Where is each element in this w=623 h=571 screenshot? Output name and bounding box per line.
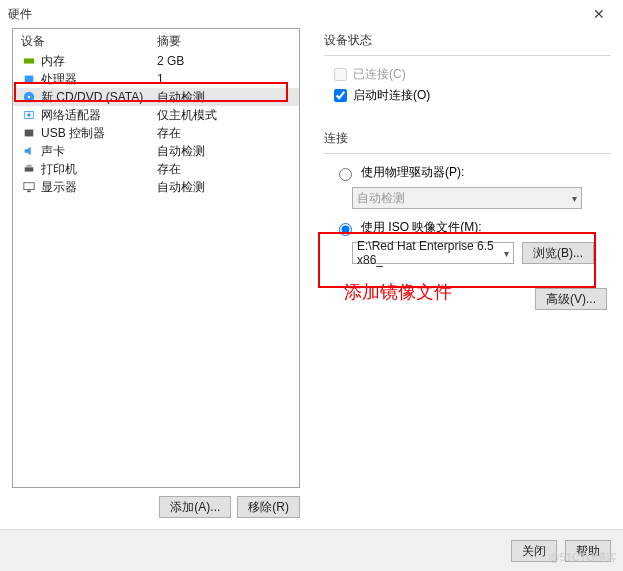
annotation-text: 添加镜像文件	[344, 280, 452, 304]
dialog-footer: 关闭 帮助 @51CTO博客	[0, 529, 623, 571]
device-row[interactable]: USB 控制器存在	[13, 124, 299, 142]
advanced-button[interactable]: 高级(V)...	[535, 288, 607, 310]
device-row[interactable]: 声卡自动检测	[13, 142, 299, 160]
device-summary: 存在	[157, 161, 181, 178]
close-icon[interactable]: ✕	[583, 6, 615, 22]
display-icon	[21, 180, 37, 194]
add-button[interactable]: 添加(A)...	[159, 496, 231, 518]
device-name: USB 控制器	[41, 125, 157, 142]
memory-icon	[21, 54, 37, 68]
iso-file-radio[interactable]: 使用 ISO 映像文件(M):	[334, 219, 611, 236]
browse-button[interactable]: 浏览(B)...	[522, 242, 594, 264]
svg-rect-0	[24, 58, 34, 63]
svg-rect-7	[25, 167, 34, 171]
device-row[interactable]: 处理器1	[13, 70, 299, 88]
connected-checkbox[interactable]: 已连接(C)	[334, 66, 611, 83]
device-list: 设备 摘要 内存2 GB处理器1新 CD/DVD (SATA)自动检测网络适配器…	[12, 28, 300, 488]
device-name: 声卡	[41, 143, 157, 160]
device-row[interactable]: 网络适配器仅主机模式	[13, 106, 299, 124]
window-title: 硬件	[8, 6, 583, 23]
sound-icon	[21, 144, 37, 158]
chevron-down-icon: ▾	[504, 248, 509, 259]
usb-icon	[21, 126, 37, 140]
device-summary: 仅主机模式	[157, 107, 217, 124]
device-row[interactable]: 打印机存在	[13, 160, 299, 178]
device-name: 处理器	[41, 71, 157, 88]
col-summary: 摘要	[157, 33, 181, 50]
connection-title: 连接	[324, 130, 611, 147]
device-summary: 自动检测	[157, 89, 205, 106]
device-name: 网络适配器	[41, 107, 157, 124]
iso-path-select[interactable]: E:\Red Hat Enterprise 6.5 x86_ ▾	[352, 242, 514, 264]
physical-drive-select: 自动检测 ▾	[352, 187, 582, 209]
net-icon	[21, 108, 37, 122]
svg-rect-10	[27, 190, 30, 192]
status-title: 设备状态	[324, 32, 611, 49]
device-summary: 1	[157, 72, 164, 86]
remove-button[interactable]: 移除(R)	[237, 496, 300, 518]
device-name: 显示器	[41, 179, 157, 196]
svg-rect-9	[24, 183, 34, 190]
svg-rect-6	[25, 130, 34, 137]
svg-rect-8	[26, 165, 31, 168]
device-summary: 自动检测	[157, 143, 205, 160]
device-name: 新 CD/DVD (SATA)	[41, 89, 157, 106]
connect-on-start-checkbox[interactable]: 启动时连接(O)	[334, 87, 611, 104]
device-name: 打印机	[41, 161, 157, 178]
svg-point-5	[27, 113, 30, 116]
device-summary: 存在	[157, 125, 181, 142]
cpu-icon	[21, 72, 37, 86]
physical-drive-radio[interactable]: 使用物理驱动器(P):	[334, 164, 611, 181]
col-device: 设备	[21, 33, 157, 50]
device-row[interactable]: 新 CD/DVD (SATA)自动检测	[13, 88, 299, 106]
disc-icon	[21, 90, 37, 104]
svg-rect-1	[25, 76, 34, 83]
svg-point-3	[28, 96, 31, 99]
chevron-down-icon: ▾	[572, 193, 577, 204]
printer-icon	[21, 162, 37, 176]
device-row[interactable]: 显示器自动检测	[13, 178, 299, 196]
device-summary: 2 GB	[157, 54, 184, 68]
device-row[interactable]: 内存2 GB	[13, 52, 299, 70]
device-summary: 自动检测	[157, 179, 205, 196]
device-name: 内存	[41, 53, 157, 70]
watermark: @51CTO博客	[549, 550, 617, 565]
